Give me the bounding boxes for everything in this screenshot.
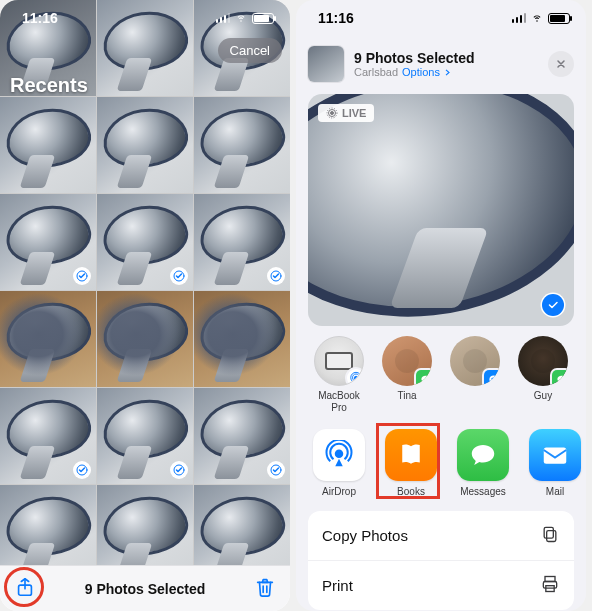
app-label: Books — [397, 486, 425, 497]
photo-thumbnail[interactable] — [97, 388, 193, 484]
share-button[interactable] — [14, 576, 36, 602]
share-contact[interactable] — [446, 336, 504, 413]
share-contact[interactable]: Tina — [378, 336, 436, 413]
action-label: Print — [322, 577, 353, 594]
cancel-button[interactable]: Cancel — [218, 38, 282, 63]
photo-thumbnail[interactable] — [97, 485, 193, 565]
photo-thumbnail[interactable] — [97, 291, 193, 387]
trash-button[interactable] — [254, 576, 276, 602]
avatar — [450, 336, 500, 386]
photo-thumbnail[interactable] — [0, 485, 96, 565]
msg-badge-icon — [416, 370, 432, 386]
action-label: Copy Photos — [322, 527, 408, 544]
close-button[interactable] — [548, 51, 574, 77]
share-title: 9 Photos Selected — [354, 50, 538, 66]
messages-icon — [457, 429, 509, 481]
cellular-icon — [216, 13, 231, 23]
airdrop-badge-icon — [347, 369, 364, 386]
battery-icon — [548, 13, 570, 24]
status-right — [512, 10, 571, 26]
photo-preview[interactable]: LIVE — [308, 94, 574, 326]
skype-badge-icon — [484, 370, 500, 386]
svg-rect-18 — [545, 577, 555, 582]
share-app-books[interactable]: Books — [382, 429, 440, 497]
share-location: Carlsbad — [354, 66, 398, 78]
airdrop-contacts-row[interactable]: MacBook ProTinaGuy — [296, 334, 586, 421]
selected-checkmark-icon — [73, 267, 91, 285]
mail-icon — [529, 429, 581, 481]
wifi-icon — [530, 10, 544, 26]
avatar — [314, 336, 364, 386]
contact-label: MacBook Pro — [310, 390, 368, 413]
photo-thumbnail[interactable] — [97, 97, 193, 193]
album-title: Recents — [10, 74, 88, 97]
photo-thumbnail[interactable] — [97, 194, 193, 290]
copy-icon — [540, 524, 560, 547]
svg-point-10 — [354, 376, 358, 380]
selected-checkmark-icon — [73, 461, 91, 479]
photo-thumbnail[interactable] — [194, 291, 290, 387]
airdrop-icon — [313, 429, 365, 481]
photo-thumbnail[interactable] — [194, 388, 290, 484]
status-time: 11:16 — [22, 10, 58, 26]
share-app-mail[interactable]: Mail — [526, 429, 584, 497]
share-apps-row[interactable]: AirDropBooksMessagesMail — [296, 421, 586, 503]
selection-count: 9 Photos Selected — [85, 581, 206, 597]
photo-thumbnail[interactable] — [0, 291, 96, 387]
books-icon — [385, 429, 437, 481]
app-label: Mail — [546, 486, 564, 497]
selected-checkmark-icon — [170, 461, 188, 479]
photo-thumbnail[interactable] — [0, 97, 96, 193]
share-header: 9 Photos Selected Carlsbad Options — [296, 36, 586, 88]
photo-thumbnail[interactable] — [194, 97, 290, 193]
share-contact[interactable] — [582, 336, 586, 413]
photo-thumbnail[interactable] — [194, 194, 290, 290]
share-app-messages[interactable]: Messages — [454, 429, 512, 497]
cellular-icon — [512, 13, 527, 23]
live-photo-badge: LIVE — [318, 104, 374, 122]
contact-label: Tina — [397, 390, 416, 402]
options-button[interactable]: Options — [402, 66, 452, 78]
share-sheet-screen: 11:16 9 Photos Selected Carlsbad Options — [296, 0, 586, 611]
avatar — [382, 336, 432, 386]
contact-label: Guy — [534, 390, 552, 402]
svg-rect-12 — [544, 448, 567, 464]
share-contact[interactable]: MacBook Pro — [310, 336, 368, 413]
share-actions-list: Copy PhotosPrint — [308, 511, 574, 610]
share-app-airdrop[interactable]: AirDrop — [310, 429, 368, 497]
bottom-toolbar: 9 Photos Selected — [0, 565, 290, 611]
selected-checkmark-icon — [170, 267, 188, 285]
wifi-icon — [234, 10, 248, 26]
selected-checkmark-icon — [542, 294, 564, 316]
print-icon — [540, 574, 560, 597]
status-bar: 11:16 — [296, 0, 586, 36]
photo-thumbnail[interactable] — [194, 485, 290, 565]
action-print[interactable]: Print — [308, 561, 574, 610]
svg-rect-17 — [544, 527, 553, 538]
selected-checkmark-icon — [267, 267, 285, 285]
svg-rect-16 — [547, 531, 556, 542]
status-time: 11:16 — [318, 10, 354, 26]
svg-point-11 — [336, 451, 343, 458]
share-header-thumbnail — [308, 46, 344, 82]
app-label: AirDrop — [322, 486, 356, 497]
action-copy[interactable]: Copy Photos — [308, 511, 574, 561]
battery-icon — [252, 13, 274, 24]
msg-badge-icon — [552, 370, 568, 386]
status-right — [216, 10, 275, 26]
app-label: Messages — [460, 486, 506, 497]
photo-thumbnail[interactable] — [0, 194, 96, 290]
status-bar: 11:16 — [0, 0, 290, 36]
share-contact[interactable]: Guy — [514, 336, 572, 413]
svg-point-7 — [331, 112, 334, 115]
avatar — [518, 336, 568, 386]
photo-thumbnail[interactable] — [0, 388, 96, 484]
selected-checkmark-icon — [267, 461, 285, 479]
photos-app-screen: 11:16 Cancel Recents 9 Photos Selected — [0, 0, 290, 611]
